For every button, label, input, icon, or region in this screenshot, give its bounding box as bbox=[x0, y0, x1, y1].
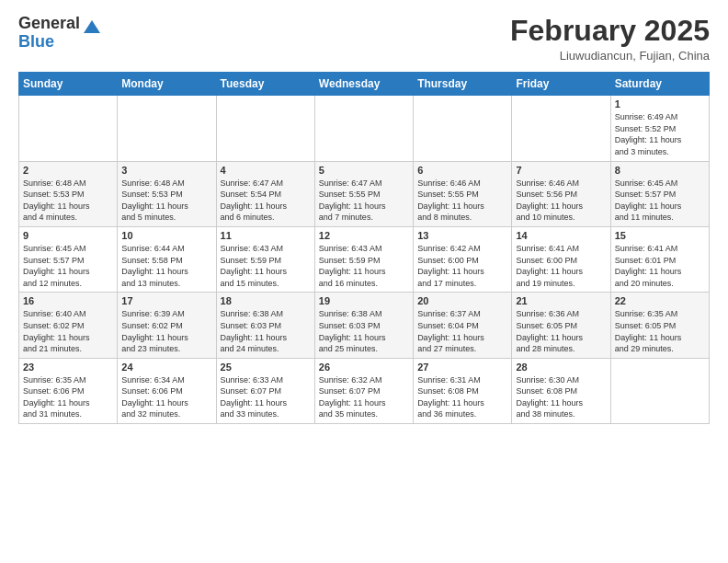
day-cell bbox=[118, 96, 216, 161]
day-cell: 5Sunrise: 6:47 AM Sunset: 5:55 PM Daylig… bbox=[314, 161, 413, 226]
day-number: 9 bbox=[23, 230, 113, 241]
day-number: 25 bbox=[221, 362, 311, 373]
day-cell: 9Sunrise: 6:45 AM Sunset: 5:57 PM Daylig… bbox=[19, 226, 118, 292]
col-thursday: Thursday bbox=[414, 73, 512, 96]
day-cell: 3Sunrise: 6:48 AM Sunset: 5:53 PM Daylig… bbox=[118, 161, 216, 226]
day-info: Sunrise: 6:31 AM Sunset: 6:08 PM Dayligh… bbox=[417, 374, 507, 420]
col-saturday: Saturday bbox=[610, 73, 709, 96]
day-info: Sunrise: 6:42 AM Sunset: 6:00 PM Dayligh… bbox=[417, 243, 507, 289]
day-cell: 21Sunrise: 6:36 AM Sunset: 6:05 PM Dayli… bbox=[512, 293, 610, 358]
week-row-3: 9Sunrise: 6:45 AM Sunset: 5:57 PM Daylig… bbox=[19, 226, 710, 292]
day-info: Sunrise: 6:41 AM Sunset: 6:00 PM Dayligh… bbox=[516, 243, 606, 289]
day-cell: 1Sunrise: 6:49 AM Sunset: 5:52 PM Daylig… bbox=[610, 96, 709, 161]
day-number: 26 bbox=[319, 362, 409, 373]
week-row-5: 23Sunrise: 6:35 AM Sunset: 6:06 PM Dayli… bbox=[19, 358, 710, 423]
day-number: 17 bbox=[121, 295, 211, 306]
day-cell: 27Sunrise: 6:31 AM Sunset: 6:08 PM Dayli… bbox=[414, 358, 512, 423]
day-info: Sunrise: 6:39 AM Sunset: 6:02 PM Dayligh… bbox=[121, 308, 211, 354]
day-info: Sunrise: 6:45 AM Sunset: 5:57 PM Dayligh… bbox=[23, 243, 113, 289]
day-number: 7 bbox=[516, 165, 606, 176]
week-row-4: 16Sunrise: 6:40 AM Sunset: 6:02 PM Dayli… bbox=[19, 293, 710, 358]
day-info: Sunrise: 6:34 AM Sunset: 6:06 PM Dayligh… bbox=[121, 374, 211, 420]
day-number: 28 bbox=[516, 362, 606, 373]
day-cell bbox=[19, 96, 118, 161]
day-number: 19 bbox=[319, 295, 409, 306]
day-info: Sunrise: 6:37 AM Sunset: 6:04 PM Dayligh… bbox=[417, 308, 507, 354]
day-number: 2 bbox=[23, 165, 113, 176]
day-number: 20 bbox=[417, 295, 507, 306]
day-info: Sunrise: 6:46 AM Sunset: 5:55 PM Dayligh… bbox=[417, 178, 507, 224]
day-cell: 12Sunrise: 6:43 AM Sunset: 5:59 PM Dayli… bbox=[314, 226, 413, 292]
day-cell bbox=[216, 96, 314, 161]
page: General Blue February 2025 Liuwudiancun,… bbox=[0, 0, 728, 563]
day-info: Sunrise: 6:36 AM Sunset: 6:05 PM Dayligh… bbox=[516, 308, 606, 354]
logo-blue: Blue bbox=[18, 32, 54, 51]
header: General Blue February 2025 Liuwudiancun,… bbox=[18, 15, 710, 63]
col-wednesday: Wednesday bbox=[314, 73, 413, 96]
day-cell: 2Sunrise: 6:48 AM Sunset: 5:53 PM Daylig… bbox=[19, 161, 118, 226]
day-info: Sunrise: 6:43 AM Sunset: 5:59 PM Dayligh… bbox=[319, 243, 409, 289]
logo-general: General bbox=[18, 14, 80, 32]
week-row-2: 2Sunrise: 6:48 AM Sunset: 5:53 PM Daylig… bbox=[19, 161, 710, 226]
day-number: 16 bbox=[23, 295, 113, 306]
day-info: Sunrise: 6:32 AM Sunset: 6:07 PM Dayligh… bbox=[319, 374, 409, 420]
day-number: 3 bbox=[121, 165, 211, 176]
day-cell: 18Sunrise: 6:38 AM Sunset: 6:03 PM Dayli… bbox=[216, 293, 314, 358]
day-info: Sunrise: 6:49 AM Sunset: 5:52 PM Dayligh… bbox=[615, 111, 705, 157]
day-cell: 8Sunrise: 6:45 AM Sunset: 5:57 PM Daylig… bbox=[610, 161, 709, 226]
week-row-1: 1Sunrise: 6:49 AM Sunset: 5:52 PM Daylig… bbox=[19, 96, 710, 161]
day-number: 15 bbox=[615, 230, 705, 241]
day-number: 8 bbox=[615, 165, 705, 176]
day-number: 10 bbox=[121, 230, 211, 241]
col-tuesday: Tuesday bbox=[216, 73, 314, 96]
day-info: Sunrise: 6:45 AM Sunset: 5:57 PM Dayligh… bbox=[615, 178, 705, 224]
day-info: Sunrise: 6:35 AM Sunset: 6:06 PM Dayligh… bbox=[23, 374, 113, 420]
day-number: 5 bbox=[319, 165, 409, 176]
day-cell bbox=[414, 96, 512, 161]
day-info: Sunrise: 6:35 AM Sunset: 6:05 PM Dayligh… bbox=[615, 308, 705, 354]
day-info: Sunrise: 6:38 AM Sunset: 6:03 PM Dayligh… bbox=[221, 308, 311, 354]
day-number: 6 bbox=[417, 165, 507, 176]
title-block: February 2025 Liuwudiancun, Fujian, Chin… bbox=[510, 15, 710, 63]
day-cell: 24Sunrise: 6:34 AM Sunset: 6:06 PM Dayli… bbox=[118, 358, 216, 423]
day-info: Sunrise: 6:40 AM Sunset: 6:02 PM Dayligh… bbox=[23, 308, 113, 354]
day-cell: 13Sunrise: 6:42 AM Sunset: 6:00 PM Dayli… bbox=[414, 226, 512, 292]
day-info: Sunrise: 6:30 AM Sunset: 6:08 PM Dayligh… bbox=[516, 374, 606, 420]
col-sunday: Sunday bbox=[19, 73, 118, 96]
day-cell bbox=[314, 96, 413, 161]
day-cell: 16Sunrise: 6:40 AM Sunset: 6:02 PM Dayli… bbox=[19, 293, 118, 358]
day-cell: 28Sunrise: 6:30 AM Sunset: 6:08 PM Dayli… bbox=[512, 358, 610, 423]
logo: General Blue bbox=[18, 15, 102, 52]
day-info: Sunrise: 6:48 AM Sunset: 5:53 PM Dayligh… bbox=[121, 178, 211, 224]
day-info: Sunrise: 6:41 AM Sunset: 6:01 PM Dayligh… bbox=[615, 243, 705, 289]
day-number: 21 bbox=[516, 295, 606, 306]
day-cell: 26Sunrise: 6:32 AM Sunset: 6:07 PM Dayli… bbox=[314, 358, 413, 423]
month-title: February 2025 bbox=[510, 15, 710, 47]
day-info: Sunrise: 6:43 AM Sunset: 5:59 PM Dayligh… bbox=[221, 243, 311, 289]
logo-text: General Blue bbox=[18, 15, 80, 52]
day-number: 23 bbox=[23, 362, 113, 373]
day-cell: 20Sunrise: 6:37 AM Sunset: 6:04 PM Dayli… bbox=[414, 293, 512, 358]
location: Liuwudiancun, Fujian, China bbox=[510, 49, 710, 63]
day-info: Sunrise: 6:47 AM Sunset: 5:55 PM Dayligh… bbox=[319, 178, 409, 224]
day-cell: 19Sunrise: 6:38 AM Sunset: 6:03 PM Dayli… bbox=[314, 293, 413, 358]
day-number: 11 bbox=[221, 230, 311, 241]
day-cell: 7Sunrise: 6:46 AM Sunset: 5:56 PM Daylig… bbox=[512, 161, 610, 226]
day-info: Sunrise: 6:44 AM Sunset: 5:58 PM Dayligh… bbox=[121, 243, 211, 289]
day-cell: 22Sunrise: 6:35 AM Sunset: 6:05 PM Dayli… bbox=[610, 293, 709, 358]
day-cell bbox=[610, 358, 709, 423]
day-cell: 23Sunrise: 6:35 AM Sunset: 6:06 PM Dayli… bbox=[19, 358, 118, 423]
col-friday: Friday bbox=[512, 73, 610, 96]
day-info: Sunrise: 6:46 AM Sunset: 5:56 PM Dayligh… bbox=[516, 178, 606, 224]
day-cell: 17Sunrise: 6:39 AM Sunset: 6:02 PM Dayli… bbox=[118, 293, 216, 358]
calendar: Sunday Monday Tuesday Wednesday Thursday… bbox=[18, 72, 710, 424]
day-number: 12 bbox=[319, 230, 409, 241]
day-cell: 14Sunrise: 6:41 AM Sunset: 6:00 PM Dayli… bbox=[512, 226, 610, 292]
day-cell: 4Sunrise: 6:47 AM Sunset: 5:54 PM Daylig… bbox=[216, 161, 314, 226]
day-cell: 10Sunrise: 6:44 AM Sunset: 5:58 PM Dayli… bbox=[118, 226, 216, 292]
day-number: 4 bbox=[221, 165, 311, 176]
day-number: 22 bbox=[615, 295, 705, 306]
col-monday: Monday bbox=[118, 73, 216, 96]
day-info: Sunrise: 6:47 AM Sunset: 5:54 PM Dayligh… bbox=[221, 178, 311, 224]
day-cell bbox=[512, 96, 610, 161]
